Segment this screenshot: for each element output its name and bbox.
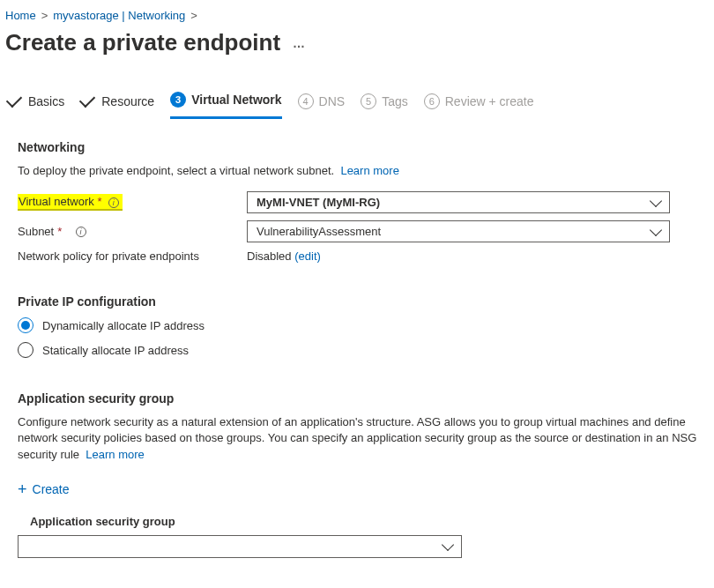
networking-heading: Networking <box>18 140 700 154</box>
subnet-select[interactable]: VulnerabilityAssessment <box>247 220 670 242</box>
tab-tags[interactable]: 5 Tags <box>361 88 408 118</box>
asg-description: Configure network security as a natural … <box>18 414 700 463</box>
tab-review-create[interactable]: 6 Review + create <box>424 88 534 118</box>
plus-icon: + <box>18 480 27 499</box>
info-icon[interactable]: i <box>76 227 86 237</box>
radio-icon <box>18 317 33 333</box>
radio-icon <box>18 342 33 358</box>
more-actions-icon[interactable]: … <box>293 36 307 50</box>
step-number-icon: 3 <box>170 92 186 108</box>
asg-select[interactable] <box>18 535 462 558</box>
tab-basics[interactable]: Basics <box>7 89 64 117</box>
chevron-down-icon <box>442 539 454 551</box>
step-number-icon: 6 <box>424 93 440 109</box>
step-number-icon: 5 <box>361 93 376 109</box>
breadcrumb-sep: > <box>190 9 197 22</box>
info-icon[interactable]: i <box>108 197 119 208</box>
breadcrumb-resource[interactable]: myvastorage | Networking <box>53 9 185 22</box>
asg-subheading: Application security group <box>30 515 700 528</box>
radio-dynamic-ip[interactable]: Dynamically allocate IP address <box>18 317 700 333</box>
breadcrumb-sep: > <box>41 9 48 22</box>
breadcrumb-home[interactable]: Home <box>5 9 36 22</box>
network-policy-label: Network policy for private endpoints <box>18 249 247 263</box>
ip-config-heading: Private IP configuration <box>18 294 700 309</box>
radio-static-ip[interactable]: Statically allocate IP address <box>18 342 700 358</box>
wizard-tabs: Basics Resource 3 Virtual Network 4 DNS … <box>4 65 714 119</box>
networking-learn-more-link[interactable]: Learn more <box>340 164 398 177</box>
tab-dns[interactable]: 4 DNS <box>298 88 346 118</box>
asg-create-button[interactable]: + Create <box>18 480 70 499</box>
networking-description: To deploy the private endpoint, select a… <box>18 163 700 179</box>
page-title: Create a private endpoint … <box>4 27 714 65</box>
tab-virtual-network[interactable]: 3 Virtual Network <box>170 86 281 119</box>
chevron-down-icon <box>650 224 662 236</box>
breadcrumb: Home > myvastorage | Networking > <box>4 7 714 27</box>
asg-heading: Application security group <box>18 391 700 406</box>
policy-edit-link[interactable]: (edit) <box>294 249 321 263</box>
asg-learn-more-link[interactable]: Learn more <box>86 448 144 461</box>
tab-resource[interactable]: Resource <box>80 89 154 117</box>
vnet-label: Virtual network * i <box>18 194 247 211</box>
chevron-down-icon <box>650 195 662 207</box>
step-number-icon: 4 <box>298 93 314 109</box>
subnet-label: Subnet * i <box>18 225 247 238</box>
network-policy-value: Disabled (edit) <box>247 249 321 263</box>
vnet-select[interactable]: MyMI-VNET (MyMI-RG) <box>247 191 670 213</box>
